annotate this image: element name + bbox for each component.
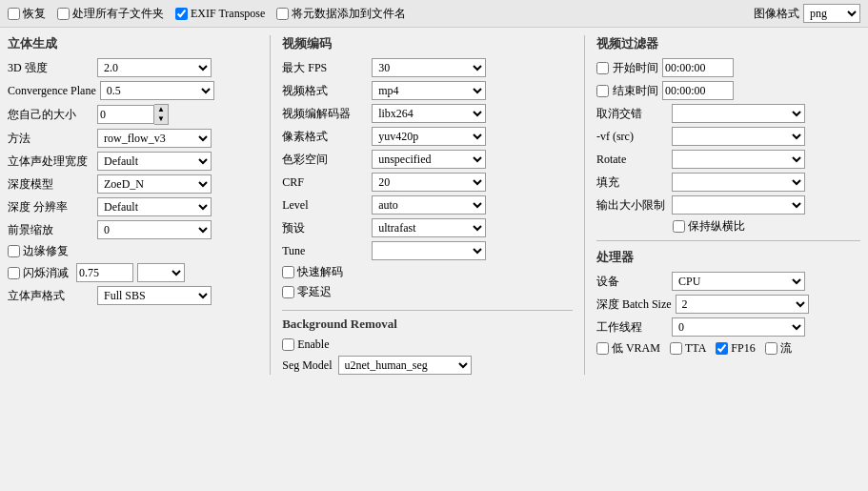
row-deinterlace: 取消交错 <box>596 104 860 123</box>
main-content: 立体生成 3D 强度 1.01.52.02.53.0 Convergence P… <box>0 28 868 382</box>
row-tune: Tune filmanimationgrainstillimage <box>282 241 573 260</box>
row-preset: 预设 ultrafastsuperfastveryfastfasterfastm… <box>282 218 573 237</box>
add-metadata-label[interactable]: 将元数据添加到文件名 <box>276 6 406 22</box>
low-vram-label[interactable]: 低 VRAM <box>596 340 660 357</box>
stream-checkbox[interactable] <box>765 342 777 355</box>
fp16-label[interactable]: FP16 <box>716 341 755 356</box>
row-depth-res: 深度 分辨率 Default2565121024 <box>8 197 258 216</box>
end-time-checkbox[interactable] <box>596 85 609 97</box>
flash-fade-input[interactable] <box>76 263 133 282</box>
fp16-text: FP16 <box>731 341 755 356</box>
own-size-input[interactable] <box>97 105 154 124</box>
row-output-size: 输出大小限制 <box>596 195 860 215</box>
flash-fade-checkbox[interactable] <box>8 267 20 279</box>
select-deinterlace[interactable] <box>672 104 805 123</box>
select-batch-size[interactable]: 1248 <box>676 295 809 314</box>
select-method[interactable]: row_flow_v3row_flow_v2row_flow <box>97 129 212 148</box>
bg-removal-section: Background Removal Enable Seg Model u2ne… <box>282 310 573 375</box>
label-output-size: 输出大小限制 <box>596 197 668 214</box>
spinner-down[interactable]: ▼ <box>154 114 168 124</box>
select-fg-scale[interactable]: 0123 <box>97 220 212 239</box>
fast-decode-label: 快速解码 <box>297 264 343 280</box>
tta-label[interactable]: TTA <box>670 341 706 356</box>
divider-processor <box>596 240 860 241</box>
select-device[interactable]: CPUCUDAMPS <box>672 272 805 291</box>
spinner-own-size: ▲ ▼ <box>97 104 169 125</box>
label-fg-scale: 前景缩放 <box>8 222 93 238</box>
tta-checkbox[interactable] <box>670 342 682 355</box>
middle-panel-title: 视频编码 <box>282 35 573 52</box>
row-convergence-plane: Convergence Plane 0.00.250.50.751.0 <box>8 81 258 100</box>
stream-label[interactable]: 流 <box>765 340 792 357</box>
label-colorspace: 色彩空间 <box>282 152 368 168</box>
select-output-size[interactable] <box>672 195 805 215</box>
process-subfolders-label[interactable]: 处理所有子文件夹 <box>57 6 164 22</box>
row-start-time: 开始时间 <box>596 58 860 77</box>
select-level[interactable]: auto3.03.14.04.15.0 <box>372 195 486 215</box>
top-bar: 恢复 处理所有子文件夹 EXIF Transpose 将元数据添加到文件名 图像… <box>0 0 868 28</box>
select-rotate[interactable] <box>672 150 805 169</box>
exif-transpose-label[interactable]: EXIF Transpose <box>175 7 265 21</box>
select-crf[interactable]: 01518202328 <box>372 173 486 192</box>
add-metadata-checkbox[interactable] <box>276 8 289 20</box>
process-subfolders-checkbox[interactable] <box>57 8 70 20</box>
row-rotate: Rotate <box>596 150 860 169</box>
image-format-select[interactable]: png jpg bmp tiff <box>803 4 860 23</box>
row-device: 设备 CPUCUDAMPS <box>596 272 860 291</box>
select-depth-model[interactable]: ZoeD_NZoeD_KZoeD_NKDPT_Large <box>97 174 212 194</box>
flash-fade-select[interactable] <box>137 263 185 282</box>
row-batch-size: 深度 Batch Size 1248 <box>596 295 860 314</box>
start-time-checkbox[interactable] <box>596 62 609 74</box>
low-vram-text: 低 VRAM <box>612 340 660 357</box>
label-preset: 预设 <box>282 220 368 236</box>
zero-latency-checkbox[interactable] <box>282 286 294 298</box>
select-threads[interactable]: 01248 <box>672 317 805 337</box>
bg-enable-checkbox[interactable] <box>282 338 294 351</box>
select-pixel-format[interactable]: yuv420pyuv444prgb24 <box>372 127 486 146</box>
row-colorspace: 色彩空间 unspecifiedbt709bt601 <box>282 150 573 169</box>
label-convergence-plane: Convergence Plane <box>8 84 96 98</box>
select-convergence-plane[interactable]: 0.00.250.50.751.0 <box>100 81 214 100</box>
edge-repair-checkbox[interactable] <box>8 245 20 257</box>
end-time-input[interactable] <box>662 81 734 100</box>
restore-checkbox[interactable] <box>8 8 20 20</box>
start-time-input[interactable] <box>662 58 734 77</box>
middle-panel: 视频编码 最大 FPS 2425305060 视频格式 mp4mkvavimov… <box>282 35 573 375</box>
label-device: 设备 <box>596 274 668 290</box>
label-deinterlace: 取消交错 <box>596 106 668 122</box>
label-pixel-format: 像素格式 <box>282 129 368 145</box>
keep-ratio-checkbox[interactable] <box>673 220 685 233</box>
select-3d-strength[interactable]: 1.01.52.02.53.0 <box>97 58 212 77</box>
select-stereo-width[interactable]: Default5127681024 <box>97 152 212 171</box>
row-crf: CRF 01518202328 <box>282 173 573 192</box>
bottom-checkboxes: 低 VRAM TTA FP16 流 <box>596 340 860 357</box>
select-stereo-format[interactable]: Full SBSHalf SBSFull OUHalf OUAnaglyph <box>97 286 212 305</box>
label-tune: Tune <box>282 244 368 258</box>
select-video-format[interactable]: mp4mkvavimov <box>372 81 486 100</box>
row-method: 方法 row_flow_v3row_flow_v2row_flow <box>8 129 258 148</box>
select-preset[interactable]: ultrafastsuperfastveryfastfasterfastmedi… <box>372 218 486 237</box>
row-threads: 工作线程 01248 <box>596 317 860 337</box>
select-video-codec[interactable]: libx264libx265libvpxcopy <box>372 104 486 123</box>
exif-transpose-checkbox[interactable] <box>175 8 188 20</box>
label-start-time: 开始时间 <box>613 60 658 76</box>
low-vram-checkbox[interactable] <box>596 342 609 355</box>
spinner-up[interactable]: ▲ <box>154 105 168 114</box>
row-keep-ratio: 保持纵横比 <box>596 218 860 235</box>
label-crf: CRF <box>282 175 368 190</box>
label-video-format: 视频格式 <box>282 83 368 99</box>
select-vf-src[interactable] <box>672 127 805 146</box>
label-video-codec: 视频编解码器 <box>282 106 368 122</box>
fp16-checkbox[interactable] <box>716 342 728 355</box>
select-fill[interactable] <box>672 173 805 192</box>
select-seg-model[interactable]: u2net_human_segu2netu2netp <box>338 356 472 375</box>
fast-decode-checkbox[interactable] <box>282 266 294 278</box>
select-max-fps[interactable]: 2425305060 <box>372 58 486 77</box>
label-vf-src: -vf (src) <box>596 130 668 144</box>
select-tune[interactable]: filmanimationgrainstillimage <box>372 241 486 260</box>
restore-checkbox-label[interactable]: 恢复 <box>8 6 46 22</box>
left-panel: 立体生成 3D 强度 1.01.52.02.53.0 Convergence P… <box>8 35 258 375</box>
select-colorspace[interactable]: unspecifiedbt709bt601 <box>372 150 486 169</box>
select-depth-res[interactable]: Default2565121024 <box>97 197 212 216</box>
label-threads: 工作线程 <box>596 319 668 336</box>
